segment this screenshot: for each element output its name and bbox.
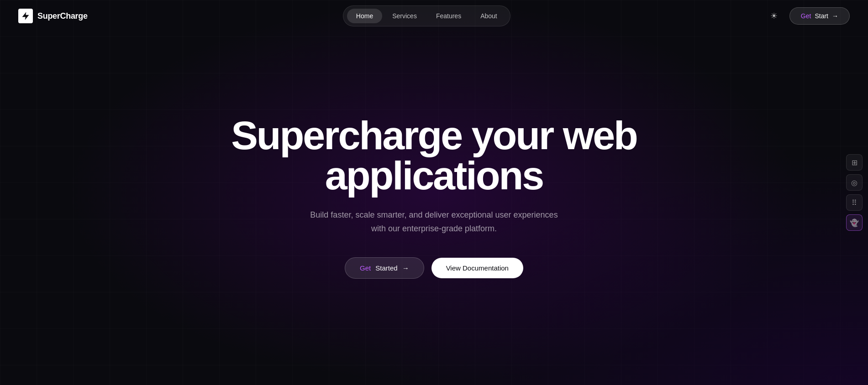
get-started-button[interactable]: Get Started → xyxy=(345,257,424,279)
ghost-icon[interactable]: 👻 xyxy=(846,214,863,231)
get-started-started-text: Started xyxy=(375,264,397,272)
layout-icon[interactable]: ⊞ xyxy=(846,154,863,171)
hero-buttons: Get Started → View Documentation xyxy=(345,257,523,279)
get-start-start-text: Start xyxy=(815,12,828,20)
nav-right-actions: ☀ Get Start → xyxy=(766,7,850,25)
nav-services[interactable]: Services xyxy=(383,9,426,23)
hero-section: Supercharge your web applications Build … xyxy=(0,0,868,385)
grid-icon[interactable]: ⠿ xyxy=(846,194,863,211)
hero-subtitle: Build faster, scale smarter, and deliver… xyxy=(306,208,562,235)
get-start-get-text: Get xyxy=(801,12,811,20)
theme-toggle-button[interactable]: ☀ xyxy=(766,8,782,24)
logo-area[interactable]: SuperCharge xyxy=(18,9,88,23)
navbar: SuperCharge Home Services Features About… xyxy=(0,0,868,32)
target-icon[interactable]: ◎ xyxy=(846,174,863,191)
logo-icon xyxy=(18,9,33,23)
get-started-arrow: → xyxy=(402,264,409,272)
get-start-arrow: → xyxy=(832,12,838,20)
nav-features[interactable]: Features xyxy=(427,9,470,23)
hero-title: Supercharge your web applications xyxy=(206,115,663,196)
brand-name: SuperCharge xyxy=(37,11,88,21)
nav-about[interactable]: About xyxy=(471,9,506,23)
right-sidebar: ⊞ ◎ ⠿ 👻 xyxy=(846,154,863,231)
view-documentation-button[interactable]: View Documentation xyxy=(431,258,523,278)
nav-links: Home Services Features About xyxy=(343,5,510,26)
get-started-get-text: Get xyxy=(360,264,371,272)
nav-home[interactable]: Home xyxy=(347,9,382,23)
get-start-button[interactable]: Get Start → xyxy=(789,7,850,25)
